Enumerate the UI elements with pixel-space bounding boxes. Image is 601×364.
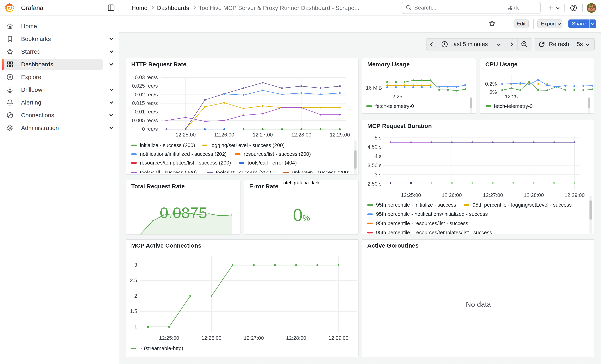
svg-text:16 MiB: 16 MiB [366,85,382,91]
svg-text:logging/setLevel - success (20: logging/setLevel - success (200) [210,142,285,148]
svg-text:12:26:00: 12:26:00 [214,132,234,138]
svg-text:12:28:00: 12:28:00 [291,132,311,138]
svg-text:0.025 req/s: 0.025 req/s [132,83,158,89]
svg-text:0.015 req/s: 0.015 req/s [132,100,158,106]
svg-text:12:25: 12:25 [389,94,402,99]
svg-text:2.50 s: 2.50 s [368,181,381,187]
svg-text:12:25:00: 12:25:00 [401,192,421,198]
svg-text:12:26:00: 12:26:00 [442,192,462,198]
svg-text:12:25: 12:25 [505,94,518,99]
svg-text:12:26:00: 12:26:00 [201,335,221,341]
svg-text:95th percentile - notification: 95th percentile - notifications/initiali… [376,211,488,217]
svg-text:12:28:00: 12:28:00 [286,335,306,341]
svg-text:0.01 req/s: 0.01 req/s [135,109,158,115]
svg-text:1: 1 [134,324,137,330]
svg-text:95th percentile - initialize -: 95th percentile - initialize - success [376,202,456,208]
svg-text:- (streamable-http): - (streamable-http) [141,345,183,351]
svg-text:notifications/initialized - su: notifications/initialized - success (202… [140,151,227,157]
svg-text:95th percentile - logging/setL: 95th percentile - logging/setLevel - suc… [473,202,572,208]
svg-text:2: 2 [134,293,137,299]
svg-text:0%: 0% [489,89,497,95]
svg-text:1.5: 1.5 [130,308,137,314]
svg-text:12:25:00: 12:25:00 [159,335,179,341]
svg-text:0.03 req/s: 0.03 req/s [135,74,158,80]
svg-text:12:28:00: 12:28:00 [524,192,544,198]
svg-text:fetch-telemetry-0: fetch-telemetry-0 [494,103,533,109]
svg-text:0.005 req/s: 0.005 req/s [132,118,158,123]
svg-text:4 s: 4 s [375,153,381,159]
svg-text:fetch-telemetry-0: fetch-telemetry-0 [375,103,414,109]
svg-text:12:29:00: 12:29:00 [564,192,584,198]
svg-text:3 s: 3 s [375,172,381,178]
svg-text:4.50 s: 4.50 s [368,144,381,150]
svg-text:12:27:00: 12:27:00 [244,335,264,341]
svg-text:5 s: 5 s [375,135,381,141]
svg-text:0 req/s: 0 req/s [142,126,158,132]
svg-text:0.02 req/s: 0.02 req/s [135,92,158,98]
svg-text:12:29:00: 12:29:00 [329,335,349,341]
svg-text:resources/templates/list - suc: resources/templates/list - success (200) [140,160,231,166]
svg-text:12:29:00: 12:29:00 [330,132,350,138]
svg-text:tools/call - error (404): tools/call - error (404) [248,160,297,166]
svg-text:12:25:00: 12:25:00 [175,132,196,138]
svg-text:resources/list - success (200): resources/list - success (200) [244,151,311,157]
svg-text:3.50 s: 3.50 s [368,162,381,168]
svg-text:95th percentile - resources/te: 95th percentile - resources/templates/li… [376,229,492,234]
svg-text:12:27:00: 12:27:00 [483,192,503,198]
svg-text:12:27:00: 12:27:00 [253,132,273,138]
svg-text:3: 3 [134,262,137,268]
svg-text:95th percentile - resources/li: 95th percentile - resources/list - succe… [376,220,468,226]
svg-text:2.5: 2.5 [130,277,137,283]
svg-text:initialize - success (200): initialize - success (200) [140,142,195,148]
svg-text:0.2%: 0.2% [485,81,497,87]
